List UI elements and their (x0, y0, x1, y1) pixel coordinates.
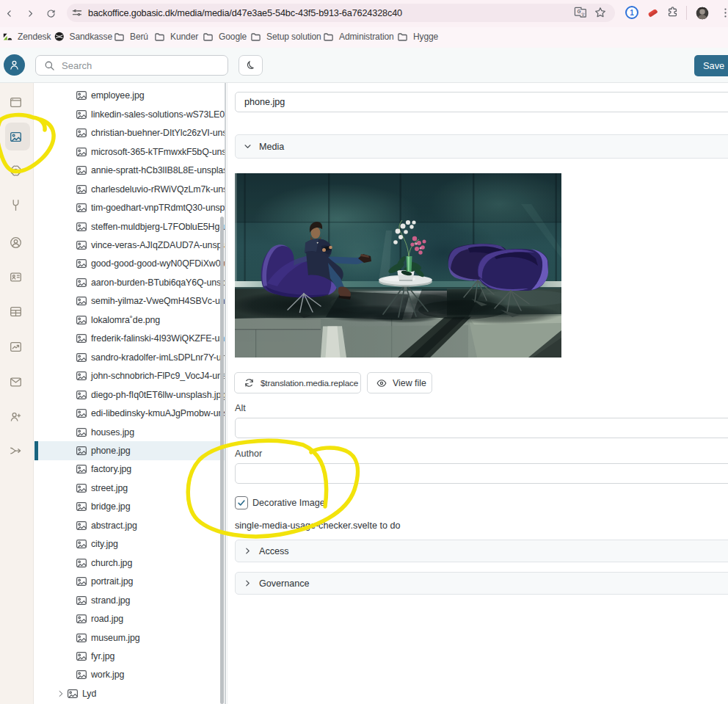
svg-text:文: 文 (580, 12, 585, 17)
